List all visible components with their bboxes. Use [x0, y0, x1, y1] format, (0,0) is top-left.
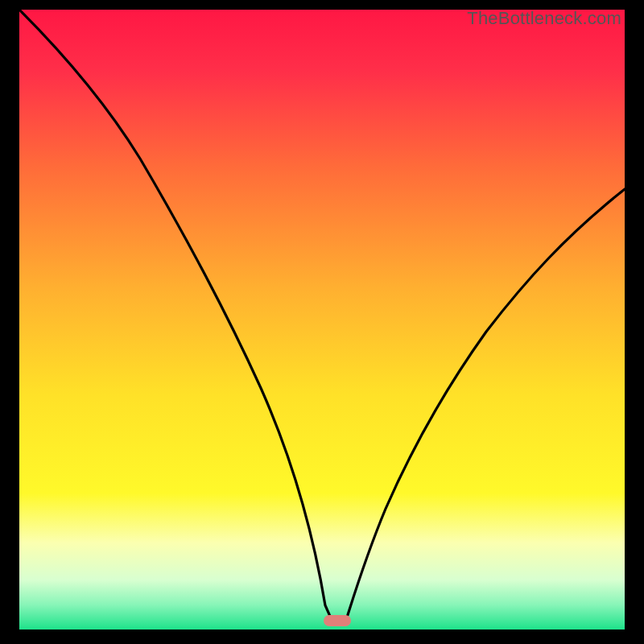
plot-area: [19, 10, 625, 630]
chart-frame: TheBottleneck.com: [0, 0, 644, 644]
watermark-text: TheBottleneck.com: [467, 8, 621, 29]
minimum-marker: [324, 615, 351, 626]
bottleneck-curve: [19, 10, 625, 630]
